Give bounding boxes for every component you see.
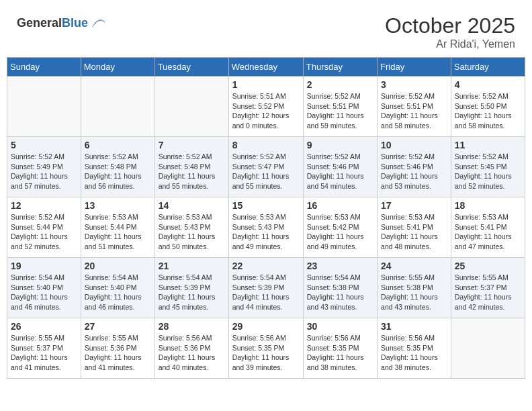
day-number: 12 — [11, 200, 77, 211]
calendar-cell: 20Sunrise: 5:54 AM Sunset: 5:40 PM Dayli… — [81, 258, 154, 318]
day-detail: Sunrise: 5:53 AM Sunset: 5:44 PM Dayligh… — [85, 212, 151, 252]
day-detail: Sunrise: 5:54 AM Sunset: 5:40 PM Dayligh… — [85, 273, 151, 312]
day-detail: Sunrise: 5:52 AM Sunset: 5:48 PM Dayligh… — [85, 152, 151, 191]
calendar-cell: 13Sunrise: 5:53 AM Sunset: 5:44 PM Dayli… — [81, 197, 154, 258]
day-number: 26 — [11, 321, 77, 332]
day-number: 3 — [381, 79, 447, 90]
day-number: 5 — [11, 140, 77, 150]
calendar-cell: 14Sunrise: 5:53 AM Sunset: 5:43 PM Dayli… — [154, 197, 228, 258]
weekday-header: Sunday — [7, 58, 81, 77]
day-number: 10 — [381, 140, 447, 150]
location-title: Ar Rida'i, Yemen — [385, 38, 515, 50]
day-number: 13 — [85, 200, 151, 211]
calendar-cell: 22Sunrise: 5:54 AM Sunset: 5:39 PM Dayli… — [228, 258, 303, 318]
weekday-header: Thursday — [303, 58, 377, 77]
calendar-cell: 28Sunrise: 5:56 AM Sunset: 5:36 PM Dayli… — [154, 318, 228, 379]
calendar-row: 5Sunrise: 5:52 AM Sunset: 5:49 PM Daylig… — [7, 137, 525, 197]
month-title: October 2025 — [385, 13, 515, 38]
day-number: 23 — [307, 261, 373, 271]
calendar-cell: 9Sunrise: 5:52 AM Sunset: 5:46 PM Daylig… — [303, 137, 377, 197]
day-detail: Sunrise: 5:53 AM Sunset: 5:41 PM Dayligh… — [381, 212, 447, 252]
day-detail: Sunrise: 5:53 AM Sunset: 5:41 PM Dayligh… — [455, 212, 521, 252]
calendar-cell: 18Sunrise: 5:53 AM Sunset: 5:41 PM Dayli… — [451, 197, 525, 258]
calendar-cell: 7Sunrise: 5:52 AM Sunset: 5:48 PM Daylig… — [154, 137, 228, 197]
day-detail: Sunrise: 5:54 AM Sunset: 5:38 PM Dayligh… — [307, 273, 373, 312]
calendar-cell: 26Sunrise: 5:55 AM Sunset: 5:37 PM Dayli… — [7, 318, 81, 379]
day-number: 11 — [455, 140, 521, 150]
calendar-cell: 23Sunrise: 5:54 AM Sunset: 5:38 PM Dayli… — [303, 258, 377, 318]
day-number: 15 — [232, 200, 300, 211]
calendar-cell: 25Sunrise: 5:55 AM Sunset: 5:37 PM Dayli… — [451, 258, 525, 318]
day-detail: Sunrise: 5:52 AM Sunset: 5:46 PM Dayligh… — [307, 152, 373, 191]
day-detail: Sunrise: 5:54 AM Sunset: 5:39 PM Dayligh… — [159, 273, 225, 312]
day-number: 19 — [11, 261, 77, 271]
day-number: 29 — [232, 321, 300, 332]
calendar-cell: 29Sunrise: 5:56 AM Sunset: 5:35 PM Dayli… — [228, 318, 303, 379]
day-detail: Sunrise: 5:55 AM Sunset: 5:37 PM Dayligh… — [11, 333, 77, 373]
day-detail: Sunrise: 5:52 AM Sunset: 5:48 PM Dayligh… — [159, 152, 225, 191]
calendar-cell: 10Sunrise: 5:52 AM Sunset: 5:46 PM Dayli… — [378, 137, 451, 197]
calendar-cell: 15Sunrise: 5:53 AM Sunset: 5:43 PM Dayli… — [228, 197, 303, 258]
calendar-cell: 11Sunrise: 5:52 AM Sunset: 5:45 PM Dayli… — [451, 137, 525, 197]
day-detail: Sunrise: 5:52 AM Sunset: 5:50 PM Dayligh… — [455, 91, 521, 131]
day-detail: Sunrise: 5:53 AM Sunset: 5:43 PM Dayligh… — [159, 212, 225, 252]
day-detail: Sunrise: 5:52 AM Sunset: 5:51 PM Dayligh… — [381, 91, 447, 131]
day-number: 22 — [232, 261, 300, 271]
logo-icon — [89, 13, 108, 32]
logo-general: General — [17, 16, 62, 30]
day-number: 28 — [159, 321, 225, 332]
calendar-cell — [7, 77, 81, 137]
day-number: 16 — [307, 200, 373, 211]
page-header: GeneralBlue October 2025 Ar Rida'i, Yeme… — [7, 7, 525, 54]
day-detail: Sunrise: 5:53 AM Sunset: 5:43 PM Dayligh… — [232, 212, 300, 252]
day-number: 30 — [307, 321, 373, 332]
weekday-header: Friday — [378, 58, 451, 77]
day-detail: Sunrise: 5:52 AM Sunset: 5:46 PM Dayligh… — [381, 152, 447, 191]
day-detail: Sunrise: 5:56 AM Sunset: 5:36 PM Dayligh… — [159, 333, 225, 373]
calendar-header-row: SundayMondayTuesdayWednesdayThursdayFrid… — [7, 58, 525, 77]
day-number: 2 — [307, 79, 373, 90]
day-detail: Sunrise: 5:52 AM Sunset: 5:49 PM Dayligh… — [11, 152, 77, 191]
weekday-header: Wednesday — [228, 58, 303, 77]
day-number: 18 — [455, 200, 521, 211]
day-number: 8 — [232, 140, 300, 150]
calendar-cell: 5Sunrise: 5:52 AM Sunset: 5:49 PM Daylig… — [7, 137, 81, 197]
calendar-cell: 17Sunrise: 5:53 AM Sunset: 5:41 PM Dayli… — [378, 197, 451, 258]
day-number: 14 — [159, 200, 225, 211]
calendar-cell: 21Sunrise: 5:54 AM Sunset: 5:39 PM Dayli… — [154, 258, 228, 318]
calendar-cell: 6Sunrise: 5:52 AM Sunset: 5:48 PM Daylig… — [81, 137, 154, 197]
day-detail: Sunrise: 5:52 AM Sunset: 5:51 PM Dayligh… — [307, 91, 373, 131]
day-detail: Sunrise: 5:55 AM Sunset: 5:38 PM Dayligh… — [381, 273, 447, 312]
day-number: 17 — [381, 200, 447, 211]
day-detail: Sunrise: 5:52 AM Sunset: 5:45 PM Dayligh… — [455, 152, 521, 191]
day-number: 9 — [307, 140, 373, 150]
day-detail: Sunrise: 5:56 AM Sunset: 5:35 PM Dayligh… — [307, 333, 373, 373]
day-number: 21 — [159, 261, 225, 271]
day-number: 6 — [85, 140, 151, 150]
day-number: 20 — [85, 261, 151, 271]
calendar-cell: 16Sunrise: 5:53 AM Sunset: 5:42 PM Dayli… — [303, 197, 377, 258]
day-detail: Sunrise: 5:55 AM Sunset: 5:37 PM Dayligh… — [455, 273, 521, 312]
day-detail: Sunrise: 5:51 AM Sunset: 5:52 PM Dayligh… — [232, 91, 300, 131]
calendar-cell: 31Sunrise: 5:56 AM Sunset: 5:35 PM Dayli… — [378, 318, 451, 379]
day-number: 25 — [455, 261, 521, 271]
calendar-row: 26Sunrise: 5:55 AM Sunset: 5:37 PM Dayli… — [7, 318, 525, 379]
day-number: 31 — [381, 321, 447, 332]
day-detail: Sunrise: 5:54 AM Sunset: 5:40 PM Dayligh… — [11, 273, 77, 312]
day-detail: Sunrise: 5:53 AM Sunset: 5:42 PM Dayligh… — [307, 212, 373, 252]
title-block: October 2025 Ar Rida'i, Yemen — [385, 13, 515, 50]
calendar-cell — [81, 77, 154, 137]
day-detail: Sunrise: 5:52 AM Sunset: 5:47 PM Dayligh… — [232, 152, 300, 191]
day-number: 1 — [232, 79, 300, 90]
calendar-row: 1Sunrise: 5:51 AM Sunset: 5:52 PM Daylig… — [7, 77, 525, 137]
calendar-cell — [154, 77, 228, 137]
calendar-cell: 19Sunrise: 5:54 AM Sunset: 5:40 PM Dayli… — [7, 258, 81, 318]
calendar-cell: 12Sunrise: 5:52 AM Sunset: 5:44 PM Dayli… — [7, 197, 81, 258]
weekday-header: Tuesday — [154, 58, 228, 77]
calendar-cell: 4Sunrise: 5:52 AM Sunset: 5:50 PM Daylig… — [451, 77, 525, 137]
day-number: 27 — [85, 321, 151, 332]
calendar-cell: 3Sunrise: 5:52 AM Sunset: 5:51 PM Daylig… — [378, 77, 451, 137]
day-number: 24 — [381, 261, 447, 271]
logo-blue: Blue — [62, 16, 88, 30]
day-detail: Sunrise: 5:56 AM Sunset: 5:35 PM Dayligh… — [232, 333, 300, 373]
